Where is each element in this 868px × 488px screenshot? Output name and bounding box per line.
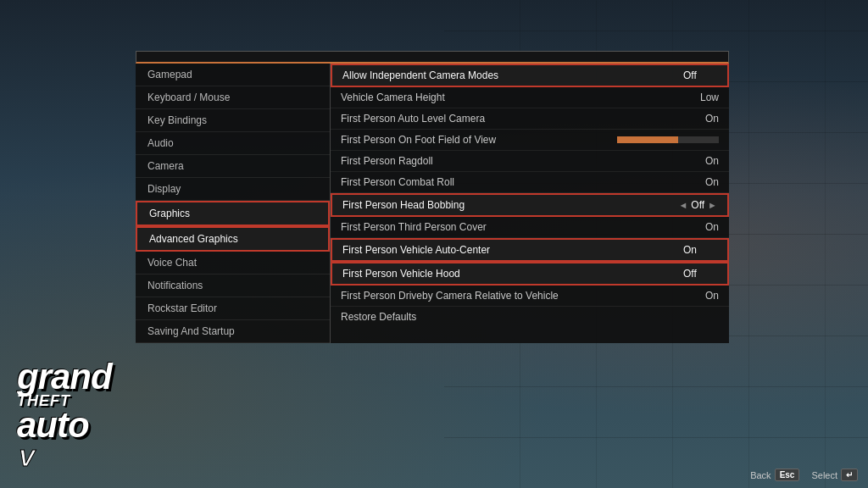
left-menu: GamepadKeyboard / MouseKey BindingsAudio… <box>136 64 331 343</box>
setting-item-first-person-head-bobbing[interactable]: First Person Head Bobbing◄ Off ► <box>331 193 729 217</box>
setting-item-first-person-combat-roll[interactable]: First Person Combat RollOn <box>331 172 729 193</box>
auto-text: auto <box>17 408 112 442</box>
settings-panel: GamepadKeyboard / MouseKey BindingsAudio… <box>136 51 729 343</box>
setting-item-first-person-vehicle-hood[interactable]: First Person Vehicle HoodOff <box>331 262 729 286</box>
setting-value-first-person-driveby: On <box>685 290 719 302</box>
arrow-right[interactable]: ► <box>708 200 717 210</box>
setting-item-first-person-ragdoll[interactable]: First Person RagdollOn <box>331 151 729 172</box>
setting-label-first-person-head-bobbing: First Person Head Bobbing <box>342 199 678 211</box>
sidebar-item-keyboard-mouse[interactable]: Keyboard / Mouse <box>136 86 330 109</box>
bottom-control-key-back: Esc <box>775 469 800 481</box>
setting-label-first-person-ragdoll: First Person Ragdoll <box>341 155 685 167</box>
gta-logo: grand THEFT auto V <box>17 360 112 471</box>
bottom-control-key-select: ↵ <box>841 469 858 481</box>
setting-label-first-person-driveby: First Person Driveby Camera Relative to … <box>341 290 685 302</box>
setting-value-allow-independent-camera: Off <box>683 69 717 81</box>
setting-value-vehicle-camera-height: Low <box>685 92 719 103</box>
setting-item-allow-independent-camera[interactable]: Allow Independent Camera ModesOff <box>331 64 729 87</box>
sidebar-item-camera[interactable]: Camera <box>136 155 330 178</box>
progress-bar-first-person-foot-fov <box>617 136 719 143</box>
gta-text: grand <box>17 360 112 394</box>
sidebar-item-key-bindings[interactable]: Key Bindings <box>136 109 330 132</box>
setting-label-first-person-auto-level: First Person Auto Level Camera <box>341 113 685 125</box>
arrow-left[interactable]: ◄ <box>678 200 687 210</box>
sidebar-item-rockstar-editor[interactable]: Rockstar Editor <box>136 297 330 320</box>
setting-label-first-person-vehicle-auto-center: First Person Vehicle Auto-Center <box>342 244 683 256</box>
sidebar-item-audio[interactable]: Audio <box>136 132 330 155</box>
sidebar-item-graphics[interactable]: Graphics <box>136 201 330 226</box>
settings-body: GamepadKeyboard / MouseKey BindingsAudio… <box>136 64 729 343</box>
setting-item-first-person-foot-fov[interactable]: First Person On Foot Field of View <box>331 130 729 151</box>
svg-text:V: V <box>19 445 36 469</box>
right-content: Allow Independent Camera ModesOffVehicle… <box>331 64 729 343</box>
sidebar-item-voice-chat[interactable]: Voice Chat <box>136 252 330 274</box>
setting-value-first-person-third-cover: On <box>685 221 719 233</box>
setting-value-first-person-head-bobbing: ◄ Off ► <box>678 199 717 211</box>
sidebar-item-advanced-graphics[interactable]: Advanced Graphics <box>136 226 330 252</box>
setting-label-allow-independent-camera: Allow Independent Camera Modes <box>342 69 683 81</box>
bottom-control-select[interactable]: Select↵ <box>811 469 858 481</box>
sidebar-item-saving-startup[interactable]: Saving And Startup <box>136 320 330 343</box>
setting-item-first-person-auto-level[interactable]: First Person Auto Level CameraOn <box>331 108 729 130</box>
setting-item-first-person-vehicle-auto-center[interactable]: First Person Vehicle Auto-CenterOn <box>331 238 729 262</box>
five-logo: V <box>17 444 64 469</box>
setting-label-vehicle-camera-height: Vehicle Camera Height <box>341 92 685 103</box>
restore-defaults-item[interactable]: Restore Defaults <box>331 307 729 327</box>
setting-item-vehicle-camera-height[interactable]: Vehicle Camera HeightLow <box>331 87 729 108</box>
setting-value-first-person-ragdoll: On <box>685 155 719 167</box>
setting-item-first-person-third-cover[interactable]: First Person Third Person CoverOn <box>331 217 729 238</box>
sidebar-item-notifications[interactable]: Notifications <box>136 274 330 297</box>
setting-label-first-person-vehicle-hood: First Person Vehicle Hood <box>342 268 683 280</box>
setting-label-first-person-foot-fov: First Person On Foot Field of View <box>341 134 617 146</box>
setting-value-first-person-combat-roll: On <box>685 176 719 188</box>
setting-item-first-person-driveby[interactable]: First Person Driveby Camera Relative to … <box>331 286 729 307</box>
setting-value-first-person-vehicle-hood: Off <box>683 268 717 280</box>
sidebar-item-gamepad[interactable]: Gamepad <box>136 64 330 86</box>
settings-title <box>136 51 729 64</box>
bottom-control-back[interactable]: BackEsc <box>750 469 799 481</box>
setting-label-first-person-third-cover: First Person Third Person Cover <box>341 221 685 233</box>
sidebar-item-display[interactable]: Display <box>136 178 330 201</box>
bottom-control-action-select: Select <box>811 470 837 480</box>
bottom-control-action-back: Back <box>750 470 771 480</box>
bottom-controls: BackEscSelect↵ <box>750 469 858 481</box>
setting-value-first-person-vehicle-auto-center: On <box>683 244 717 256</box>
setting-value-first-person-auto-level: On <box>685 113 719 125</box>
setting-label-first-person-combat-roll: First Person Combat Roll <box>341 176 685 188</box>
